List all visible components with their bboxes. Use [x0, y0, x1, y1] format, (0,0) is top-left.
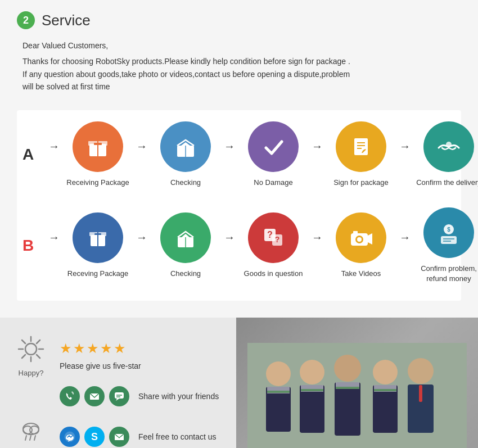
star-1: ★ — [60, 341, 72, 356]
flow-container: A → Receiving Package → — [17, 110, 461, 301]
svg-point-31 — [25, 343, 37, 355]
step-a-1-circle — [73, 121, 123, 172]
email-icon — [84, 386, 105, 406]
step-b-1-label: Receving Package — [67, 269, 128, 279]
arrow-icon: → — [399, 231, 411, 244]
svg-rect-14 — [94, 233, 101, 235]
main-container: 2 Service Dear Valued Customers, Thanks … — [0, 0, 478, 318]
box2-icon — [84, 224, 112, 252]
arrow-icon: → — [48, 231, 60, 244]
five-star-text: Please give us five-star — [60, 361, 141, 370]
step-b-5: $ Confirm problem,refund money — [415, 207, 478, 284]
arrow-icon: → — [312, 140, 323, 153]
svg-rect-65 — [373, 385, 398, 433]
email2-icon — [109, 427, 129, 447]
svg-rect-24 — [353, 231, 358, 234]
phone-icon — [60, 386, 80, 406]
svg-point-61 — [334, 355, 361, 382]
contact-text: Feel free to contact us — [138, 432, 217, 441]
open-box2-icon — [171, 223, 200, 252]
step-b-2: Checking — [152, 212, 219, 279]
star-2: ★ — [73, 341, 85, 356]
messenger-icon — [60, 427, 80, 447]
bottom-left: Happy? ★ ★ ★ ★ ★ Please give us five-sta… — [0, 318, 236, 448]
step-a-5: Confirm the delivery — [415, 121, 478, 188]
open-box-icon — [171, 132, 200, 161]
contact-icons: S — [60, 427, 129, 447]
question-icon: ? ? — [259, 223, 288, 252]
svg-point-55 — [266, 361, 291, 386]
svg-rect-6 — [354, 138, 368, 155]
step-a-4-circle — [336, 121, 386, 172]
body-text: Thanks for choosing RobotSky products.Pl… — [22, 55, 461, 93]
svg-marker-42 — [116, 399, 119, 401]
skype-icon: S — [84, 427, 105, 447]
svg-point-10 — [446, 142, 452, 147]
svg-rect-62 — [335, 382, 360, 436]
svg-rect-71 — [301, 389, 323, 391]
not-happy-icon — [14, 415, 48, 448]
staff-svg — [247, 343, 467, 448]
share-text: Share with your friends — [138, 392, 219, 401]
svg-text:$: $ — [447, 227, 450, 233]
section-number: 2 — [17, 11, 35, 29]
svg-line-36 — [22, 340, 25, 343]
arrow-icon: → — [136, 140, 147, 153]
svg-line-50 — [34, 436, 35, 440]
star-4: ★ — [100, 341, 112, 356]
svg-rect-59 — [300, 385, 324, 433]
step-b-3-label: Goods in question — [244, 269, 303, 279]
arrow-icon: → — [48, 140, 60, 153]
svg-point-58 — [300, 360, 324, 384]
step-a-5-circle — [423, 121, 474, 172]
svg-point-23 — [357, 237, 362, 242]
section-header: 2 Service — [17, 11, 461, 29]
svg-rect-69 — [419, 385, 422, 402]
svg-line-49 — [30, 436, 31, 440]
svg-point-67 — [408, 358, 434, 384]
step-b-5-label: Confirm problem,refund money — [421, 264, 477, 284]
step-a-2: Checking — [152, 121, 219, 188]
step-a-4: Sign for package — [327, 121, 395, 188]
step-b-1: Receving Package — [64, 212, 132, 279]
arrow-icon: → — [136, 231, 147, 244]
step-b-5-circle: $ — [423, 207, 474, 258]
camera-icon — [346, 223, 376, 252]
row-b-label: B — [22, 237, 38, 255]
step-a-1-label: Receiving Package — [66, 178, 129, 188]
checkmark-icon — [259, 133, 287, 161]
share-icons — [60, 386, 129, 406]
row-a-label: A — [22, 146, 38, 164]
greeting-text: Dear Valued Customers, — [22, 39, 461, 52]
star-row: ★ ★ ★ ★ ★ — [60, 341, 141, 356]
step-b-3: ? ? Goods in question — [240, 212, 307, 279]
svg-line-39 — [22, 355, 25, 358]
handshake-icon — [434, 132, 463, 161]
svg-point-47 — [30, 426, 39, 434]
flow-row-b: B → Receving Package → — [22, 207, 456, 284]
step-a-1: Receiving Package — [64, 121, 132, 188]
money-icon: $ — [434, 218, 463, 247]
svg-marker-25 — [368, 233, 372, 245]
star-3: ★ — [87, 341, 99, 356]
svg-text:?: ? — [267, 230, 273, 239]
svg-rect-28 — [441, 236, 457, 244]
svg-line-37 — [37, 355, 40, 358]
svg-line-38 — [37, 340, 40, 343]
happy-icon — [14, 334, 48, 369]
happy-label: Happy? — [19, 369, 44, 377]
section-title: Service — [42, 12, 91, 29]
chat-icon — [109, 386, 129, 406]
step-b-3-circle: ? ? — [248, 212, 299, 263]
step-a-5-label: Confirm the delivery — [416, 178, 478, 188]
svg-text:?: ? — [275, 235, 280, 244]
step-b-1-circle — [73, 212, 123, 263]
step-a-3: No Damage — [240, 121, 307, 188]
photo-bg — [236, 318, 478, 448]
svg-rect-72 — [336, 387, 359, 389]
step-a-2-circle — [160, 121, 211, 172]
svg-rect-70 — [267, 391, 290, 393]
step-b-2-label: Checking — [170, 269, 201, 279]
step-a-4-label: Sign for package — [333, 178, 389, 188]
svg-rect-3 — [94, 143, 102, 145]
